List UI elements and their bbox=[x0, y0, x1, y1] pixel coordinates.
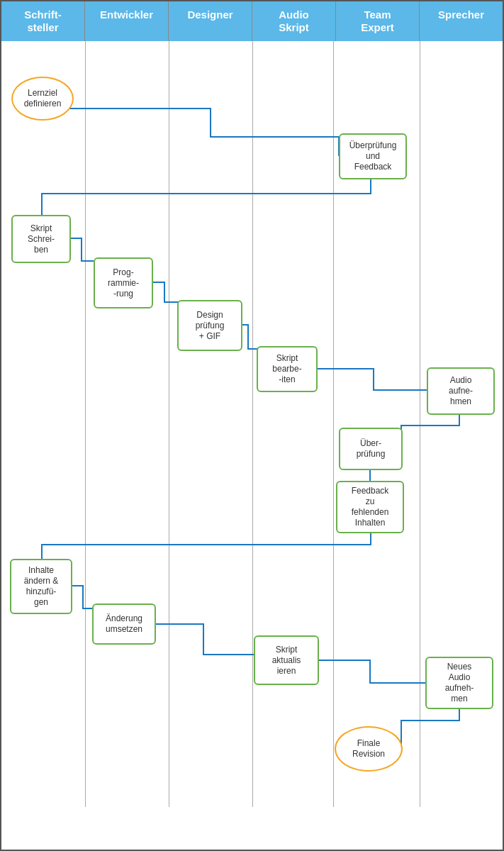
col-divider-1 bbox=[85, 41, 86, 807]
task-aenderung: Änderungumsetzen bbox=[92, 604, 156, 645]
header-sprecher: Sprecher bbox=[420, 1, 503, 41]
task-neues-audio: NeuesAudioaufneh-men bbox=[425, 657, 493, 709]
task-skript-bearbeiten: Skriptbearbe--iten bbox=[257, 346, 318, 392]
task-skript-aktualisieren: Skriptaktualisieren bbox=[254, 635, 319, 685]
col-divider-4 bbox=[333, 41, 334, 807]
task-finale-revision: FinaleRevision bbox=[335, 726, 403, 772]
header-audioskript: AudioSkript bbox=[252, 1, 336, 41]
task-audio-aufnehmen: Audioaufne-hmen bbox=[427, 367, 495, 415]
task-lernziel: Lernzieldefinieren bbox=[11, 77, 74, 121]
task-ueberpruefung2: Über-prüfung bbox=[339, 428, 403, 470]
header-teamexpert: TeamExpert bbox=[336, 1, 420, 41]
header-schriftsteller: Schrift-steller bbox=[1, 1, 85, 41]
task-feedback: FeedbackzufehlendenInhalten bbox=[336, 481, 404, 533]
task-ueberpruefung1: ÜberprüfungundFeedback bbox=[339, 133, 407, 179]
col-divider-3 bbox=[252, 41, 253, 807]
header-entwickler: Entwickler bbox=[85, 1, 169, 41]
header-row: Schrift-steller Entwickler Designer Audi… bbox=[1, 1, 503, 41]
col-divider-5 bbox=[420, 41, 420, 807]
task-skript-schreiben: SkriptSchrei-ben bbox=[11, 215, 71, 263]
body-area: Lernzieldefinieren ÜberprüfungundFeedbac… bbox=[1, 41, 503, 807]
task-programmierung: Prog-rammie--rung bbox=[94, 257, 153, 308]
col-divider-2 bbox=[169, 41, 169, 807]
header-designer: Designer bbox=[169, 1, 252, 41]
task-designpruefung: Designprüfung+ GIF bbox=[177, 300, 242, 351]
diagram: Schrift-steller Entwickler Designer Audi… bbox=[0, 0, 504, 851]
task-inhalte-aendern: Inhalteändern &hinzufü-gen bbox=[10, 559, 72, 614]
